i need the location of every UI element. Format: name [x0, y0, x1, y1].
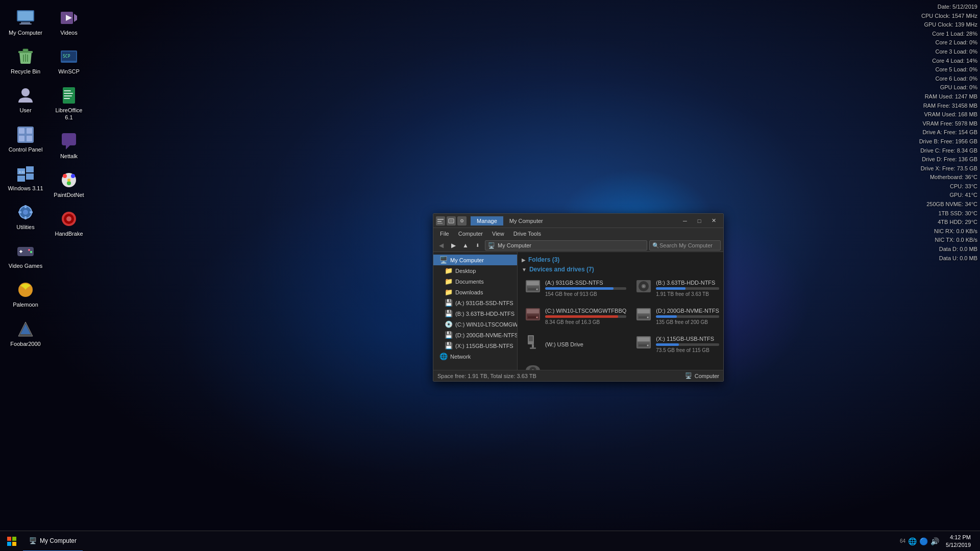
- menu-item-file[interactable]: File: [436, 230, 453, 238]
- sidebar-item-downloads[interactable]: 📁 Downloads: [433, 287, 517, 297]
- tab-manage[interactable]: Manage: [471, 216, 503, 226]
- drive-name: (D:) 200GB-NVME-NTFS: [656, 308, 719, 314]
- desktop-icon-winscp[interactable]: SCP WinSCP: [48, 44, 89, 78]
- recent-button[interactable]: ⬇: [473, 240, 483, 251]
- desktop-icon-foobar2000[interactable]: Foobar2000: [5, 316, 46, 350]
- titlebar-icon-2[interactable]: [447, 216, 456, 226]
- sysmon-line-25: NIC RX: 0.0 KB/s: [919, 227, 977, 236]
- forward-button[interactable]: ▶: [448, 240, 458, 251]
- sidebar-item-drive-a[interactable]: 💾 (A:) 931GB-SSD-NTFS: [433, 297, 517, 308]
- sysmon-line-10: RAM Used: 1247 MB: [919, 92, 977, 102]
- chevron-right-icon: ▶: [522, 257, 526, 263]
- drive-item-b[interactable]: (B:) 3.63TB-HDD-NTFS 1.91 TB free of 3.6…: [632, 276, 722, 300]
- maximize-button[interactable]: □: [692, 214, 706, 228]
- address-bar[interactable]: 🖥️ My Computer: [485, 240, 647, 251]
- libreoffice-icon: [59, 85, 79, 106]
- sysmon-line-13: VRAM Free: 5978 MB: [919, 119, 977, 129]
- sidebar-item-my-computer[interactable]: 🖥️ My Computer: [433, 255, 517, 265]
- svg-rect-41: [64, 93, 73, 94]
- sidebar-label: Desktop: [455, 268, 476, 274]
- desktop-icon-windows311[interactable]: 3.11 Windows 3.11: [5, 161, 46, 194]
- drive-item-z[interactable]: (Z:) BD-ROM Drive: [522, 360, 629, 370]
- titlebar-icon-1[interactable]: [436, 216, 445, 226]
- folders-section-header[interactable]: ▶ Folders (3): [522, 256, 719, 263]
- svg-point-48: [67, 179, 70, 182]
- sidebar-icon: 💾: [445, 310, 453, 317]
- desktop-icon-handbrake[interactable]: HandBrake: [48, 206, 89, 240]
- drive-bar-container: [656, 343, 719, 346]
- sidebar-item-drive-x[interactable]: 💾 (X:) 115GB-USB-NTFS: [433, 340, 517, 351]
- search-box[interactable]: 🔍 Search My Computer: [649, 240, 721, 251]
- drive-free: 1.91 TB free of 3.63 TB: [656, 291, 719, 297]
- volume-icon[interactable]: 🔊: [930, 537, 939, 545]
- drive-item-d[interactable]: (D:) 200GB-NVME-NTFS 135 GB free of 200 …: [632, 304, 722, 329]
- menu-bar: File Computer View Drive Tools: [433, 228, 723, 239]
- svg-rect-89: [12, 537, 16, 541]
- sidebar-item-network[interactable]: 🌐 Network: [433, 351, 517, 362]
- start-button[interactable]: [0, 531, 23, 552]
- drive-name: (X:) 115GB-USB-NTFS: [656, 336, 719, 342]
- desktop-icon-my-computer[interactable]: My Computer: [5, 5, 46, 39]
- sidebar-label: Network: [450, 354, 471, 360]
- back-button[interactable]: ◀: [436, 240, 446, 251]
- close-button[interactable]: ✕: [706, 214, 721, 228]
- desktop-icon-video-games[interactable]: Video Games: [5, 238, 46, 272]
- system-monitor: Date: 5/12/2019 CPU Clock: 1547 MHz GPU …: [919, 3, 977, 263]
- svg-point-47: [67, 181, 71, 185]
- sidebar-item-drive-c[interactable]: 💿 (C:) WIN10-LTSCOMGWTFBBQ: [433, 319, 517, 330]
- svg-rect-43: [64, 98, 70, 99]
- desktop-icon-control-panel[interactable]: Control Panel: [5, 122, 46, 156]
- svg-point-70: [536, 317, 538, 318]
- devices-section-header[interactable]: ▼ Devices and drives (7): [522, 266, 719, 273]
- search-icon: 🔍: [652, 242, 659, 249]
- taskbar-item-my-computer[interactable]: 🖥️ My Computer: [23, 531, 83, 552]
- drive-info: (A:) 931GB-SSD-NTFS 154 GB free of 913 G…: [545, 280, 626, 297]
- network-icon[interactable]: 🌐: [908, 537, 917, 545]
- desktop-icon-user[interactable]: User: [5, 83, 46, 116]
- desktop-icon-nettalk[interactable]: Nettalk: [48, 129, 89, 162]
- sidebar-item-drive-d[interactable]: 💾 (D:) 200GB-NVME-NTFS: [433, 330, 517, 340]
- up-button[interactable]: ▲: [460, 240, 471, 251]
- foobar2000-icon: [15, 319, 36, 339]
- sidebar-item-drive-b[interactable]: 💾 (B:) 3.63TB-HDD-NTFS: [433, 308, 517, 319]
- desktop-icon-videos[interactable]: Videos: [48, 5, 89, 39]
- drive-item-x[interactable]: (X:) 115GB-USB-NTFS 73.5 GB free of 115 …: [632, 332, 722, 357]
- svg-rect-81: [638, 337, 650, 341]
- svg-rect-23: [24, 205, 27, 208]
- menu-item-drive-tools[interactable]: Drive Tools: [509, 230, 545, 238]
- sidebar-item-desktop[interactable]: 📁 Desktop: [433, 265, 517, 276]
- menu-item-view[interactable]: View: [488, 230, 508, 238]
- svg-rect-67: [527, 309, 539, 313]
- sysmon-line-4: Core 2 Load: 0%: [919, 38, 977, 47]
- window-controls: ─ □ ✕: [678, 214, 721, 228]
- svg-point-75: [647, 317, 649, 318]
- status-bar-right-label: Computer: [695, 373, 719, 379]
- drive-item-w[interactable]: (W:) USB Drive: [522, 332, 629, 357]
- status-bar-left: Space free: 1.91 TB, Total size: 3.63 TB: [437, 373, 536, 379]
- svg-text:3.11: 3.11: [19, 170, 25, 173]
- titlebar-icon-3[interactable]: ⚙: [457, 216, 467, 226]
- drive-bar: [545, 287, 614, 290]
- desktop-icon-utilities[interactable]: Utilities: [5, 199, 46, 233]
- drive-bar-container: [656, 287, 719, 290]
- menu-item-computer[interactable]: Computer: [454, 230, 487, 238]
- desktop-icon-palemoon[interactable]: Palemoon: [5, 277, 46, 311]
- drive-item-c[interactable]: (C:) WIN10-LTSCOMGWTFBBQ 8.34 GB free of…: [522, 304, 629, 329]
- desktop-icon-recycle-bin[interactable]: Recycle Bin: [5, 44, 46, 78]
- minimize-button[interactable]: ─: [678, 214, 692, 228]
- desktop-icon-label: Video Games: [9, 263, 42, 269]
- drive-item-a[interactable]: (A:) 931GB-SSD-NTFS 154 GB free of 913 G…: [522, 276, 629, 300]
- drive-info: (C:) WIN10-LTSCOMGWTFBBQ 8.34 GB free of…: [545, 308, 626, 325]
- bluetooth-icon[interactable]: 🔵: [919, 537, 928, 545]
- desktop-icon-label: LibreOffice 6.1: [51, 107, 87, 120]
- desktop-icon-paintdotnet[interactable]: PaintDotNet: [48, 167, 89, 201]
- chevron-down-icon: ▼: [522, 267, 527, 272]
- address-bar-icon: 🖥️: [488, 242, 495, 249]
- sysmon-line-3: Core 1 Load: 28%: [919, 30, 977, 39]
- drive-bar: [656, 315, 677, 318]
- drive-icon: [635, 278, 652, 298]
- desktop-icon-libreoffice[interactable]: LibreOffice 6.1: [48, 83, 89, 123]
- sidebar-item-documents[interactable]: 📁 Documents: [433, 276, 517, 287]
- status-bar-right: 🖥️ Computer: [685, 372, 719, 379]
- desktop-icon-area: My Computer Recycle Bin User Control Pan…: [0, 0, 92, 383]
